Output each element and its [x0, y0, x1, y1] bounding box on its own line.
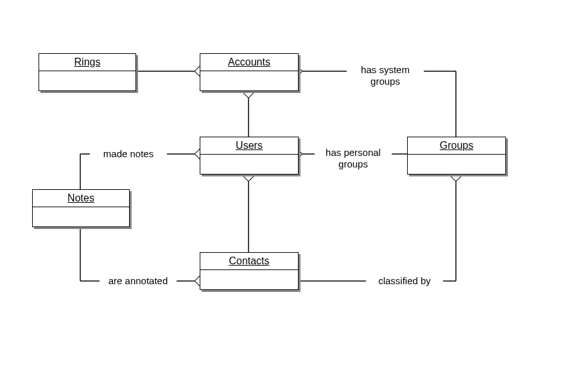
entity-title: Users	[200, 137, 298, 155]
entity-notes: Notes	[32, 189, 130, 227]
label-are-annotated: are annotated	[100, 275, 177, 287]
entity-body	[200, 270, 298, 289]
entity-body	[408, 155, 505, 174]
entity-title: Groups	[408, 137, 505, 155]
entity-body	[39, 71, 135, 90]
entity-body	[200, 155, 298, 174]
entity-rings: Rings	[39, 53, 136, 91]
entity-title: Accounts	[200, 54, 298, 71]
entity-title: Notes	[33, 190, 129, 207]
label-has-personal-groups: has personal groups	[315, 147, 392, 170]
entity-title: Contacts	[200, 253, 298, 270]
entity-title: Rings	[39, 54, 135, 71]
entity-accounts: Accounts	[200, 53, 299, 91]
label-made-notes: made notes	[90, 148, 167, 160]
label-has-system-groups: has system groups	[347, 64, 424, 87]
label-classified-by: classified by	[366, 275, 443, 287]
entity-contacts: Contacts	[200, 252, 299, 290]
entity-groups: Groups	[407, 137, 506, 175]
entity-users: Users	[200, 137, 299, 175]
entity-body	[200, 71, 298, 90]
entity-body	[33, 207, 129, 226]
